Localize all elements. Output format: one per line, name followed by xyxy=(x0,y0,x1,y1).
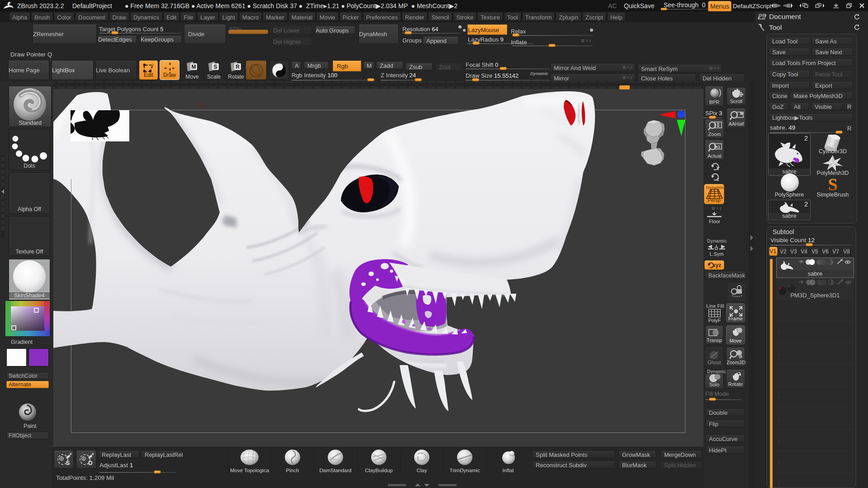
svg-text:M: M xyxy=(192,64,196,70)
svg-text:x1: x1 xyxy=(716,145,720,149)
svg-text:z: z xyxy=(717,177,719,182)
svg-text:S: S xyxy=(66,460,70,466)
svg-text:D: D xyxy=(88,460,92,466)
svg-text:z: z xyxy=(762,15,764,19)
svg-text:S: S xyxy=(213,64,217,70)
svg-text:S: S xyxy=(828,175,837,193)
svg-text:Y: Y xyxy=(717,166,720,171)
svg-text:R: R xyxy=(236,64,240,70)
